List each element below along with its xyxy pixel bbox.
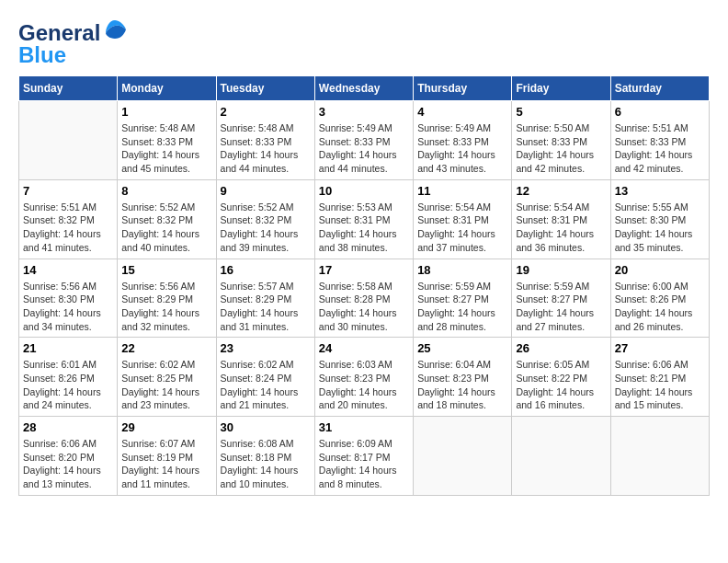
logo-general: General: [18, 20, 100, 45]
calendar-week-2: 7Sunrise: 5:51 AM Sunset: 8:32 PM Daylig…: [19, 179, 710, 259]
weekday-header-friday: Friday: [512, 76, 610, 101]
day-number: 23: [221, 341, 311, 355]
calendar-cell: 15Sunrise: 5:56 AM Sunset: 8:29 PM Dayli…: [118, 259, 216, 338]
weekday-header-thursday: Thursday: [414, 76, 512, 101]
day-info: Sunrise: 5:49 AM Sunset: 8:33 PM Dayligh…: [417, 121, 507, 176]
day-number: 9: [221, 184, 311, 198]
day-info: Sunrise: 5:53 AM Sunset: 8:31 PM Dayligh…: [319, 201, 409, 255]
day-number: 30: [221, 420, 311, 434]
calendar-cell: 25Sunrise: 6:04 AM Sunset: 8:23 PM Dayli…: [414, 338, 512, 417]
calendar-cell: 20Sunrise: 6:00 AM Sunset: 8:26 PM Dayli…: [610, 259, 709, 338]
calendar-cell: 26Sunrise: 6:05 AM Sunset: 8:22 PM Dayli…: [512, 338, 610, 417]
day-info: Sunrise: 5:59 AM Sunset: 8:27 PM Dayligh…: [516, 280, 606, 334]
day-info: Sunrise: 5:51 AM Sunset: 8:33 PM Dayligh…: [615, 121, 705, 176]
weekday-header-saturday: Saturday: [610, 76, 709, 101]
weekday-header-tuesday: Tuesday: [216, 76, 314, 101]
calendar-cell: 2Sunrise: 5:48 AM Sunset: 8:33 PM Daylig…: [216, 101, 314, 180]
day-info: Sunrise: 5:54 AM Sunset: 8:31 PM Dayligh…: [516, 201, 606, 255]
calendar-cell: 4Sunrise: 5:49 AM Sunset: 8:33 PM Daylig…: [414, 101, 512, 180]
calendar-cell: 6Sunrise: 5:51 AM Sunset: 8:33 PM Daylig…: [610, 101, 709, 180]
page-header: General Blue: [18, 18, 710, 66]
day-number: 13: [615, 184, 705, 198]
calendar-cell: [610, 417, 709, 496]
day-number: 15: [121, 263, 211, 277]
calendar-cell: [19, 101, 118, 180]
day-number: 18: [417, 263, 507, 277]
logo-blue: Blue: [18, 44, 66, 66]
day-number: 22: [121, 341, 211, 355]
calendar-week-5: 28Sunrise: 6:06 AM Sunset: 8:20 PM Dayli…: [19, 417, 710, 496]
day-number: 10: [319, 184, 409, 198]
day-info: Sunrise: 5:56 AM Sunset: 8:30 PM Dayligh…: [23, 280, 113, 334]
logo-bird-icon: [102, 17, 128, 42]
calendar-week-4: 21Sunrise: 6:01 AM Sunset: 8:26 PM Dayli…: [19, 338, 710, 417]
day-number: 25: [417, 341, 507, 355]
calendar-cell: 9Sunrise: 5:52 AM Sunset: 8:32 PM Daylig…: [216, 179, 314, 259]
day-number: 2: [221, 105, 311, 119]
calendar-cell: 8Sunrise: 5:52 AM Sunset: 8:32 PM Daylig…: [118, 179, 216, 259]
day-number: 5: [516, 105, 606, 119]
calendar-cell: 17Sunrise: 5:58 AM Sunset: 8:28 PM Dayli…: [314, 259, 413, 338]
weekday-header-row: SundayMondayTuesdayWednesdayThursdayFrid…: [19, 76, 710, 101]
day-info: Sunrise: 5:51 AM Sunset: 8:32 PM Dayligh…: [23, 201, 113, 255]
weekday-header-wednesday: Wednesday: [314, 76, 413, 101]
calendar-cell: 21Sunrise: 6:01 AM Sunset: 8:26 PM Dayli…: [19, 338, 118, 417]
weekday-header-monday: Monday: [118, 76, 216, 101]
day-info: Sunrise: 5:55 AM Sunset: 8:30 PM Dayligh…: [615, 201, 705, 255]
day-info: Sunrise: 5:48 AM Sunset: 8:33 PM Dayligh…: [221, 121, 311, 176]
calendar-cell: 19Sunrise: 5:59 AM Sunset: 8:27 PM Dayli…: [512, 259, 610, 338]
day-number: 11: [417, 184, 507, 198]
day-info: Sunrise: 5:54 AM Sunset: 8:31 PM Dayligh…: [417, 201, 507, 255]
day-info: Sunrise: 6:06 AM Sunset: 8:20 PM Dayligh…: [23, 437, 113, 491]
day-info: Sunrise: 6:02 AM Sunset: 8:25 PM Dayligh…: [121, 358, 211, 412]
calendar-cell: 31Sunrise: 6:09 AM Sunset: 8:17 PM Dayli…: [314, 417, 413, 496]
day-number: 1: [121, 105, 211, 119]
day-number: 12: [516, 184, 606, 198]
calendar-cell: 28Sunrise: 6:06 AM Sunset: 8:20 PM Dayli…: [19, 417, 118, 496]
calendar-cell: 1Sunrise: 5:48 AM Sunset: 8:33 PM Daylig…: [118, 101, 216, 180]
day-info: Sunrise: 5:50 AM Sunset: 8:33 PM Dayligh…: [516, 121, 606, 176]
day-number: 21: [23, 341, 113, 355]
calendar-cell: [512, 417, 610, 496]
day-info: Sunrise: 6:05 AM Sunset: 8:22 PM Dayligh…: [516, 358, 606, 412]
day-number: 24: [319, 341, 409, 355]
day-info: Sunrise: 5:49 AM Sunset: 8:33 PM Dayligh…: [319, 121, 409, 176]
calendar-cell: 13Sunrise: 5:55 AM Sunset: 8:30 PM Dayli…: [610, 179, 709, 259]
calendar-cell: 10Sunrise: 5:53 AM Sunset: 8:31 PM Dayli…: [314, 179, 413, 259]
day-number: 28: [23, 420, 113, 434]
day-number: 3: [319, 105, 409, 119]
calendar-cell: 16Sunrise: 5:57 AM Sunset: 8:29 PM Dayli…: [216, 259, 314, 338]
day-number: 29: [121, 420, 211, 434]
calendar-cell: 5Sunrise: 5:50 AM Sunset: 8:33 PM Daylig…: [512, 101, 610, 180]
day-info: Sunrise: 5:58 AM Sunset: 8:28 PM Dayligh…: [319, 280, 409, 334]
day-info: Sunrise: 6:01 AM Sunset: 8:26 PM Dayligh…: [23, 358, 113, 412]
day-info: Sunrise: 5:57 AM Sunset: 8:29 PM Dayligh…: [221, 280, 311, 334]
calendar-cell: 30Sunrise: 6:08 AM Sunset: 8:18 PM Dayli…: [216, 417, 314, 496]
day-number: 7: [23, 184, 113, 198]
day-number: 26: [516, 341, 606, 355]
day-number: 17: [319, 263, 409, 277]
day-info: Sunrise: 5:56 AM Sunset: 8:29 PM Dayligh…: [121, 280, 211, 334]
day-info: Sunrise: 6:00 AM Sunset: 8:26 PM Dayligh…: [615, 280, 705, 334]
weekday-header-sunday: Sunday: [19, 76, 118, 101]
day-number: 4: [417, 105, 507, 119]
calendar-cell: 23Sunrise: 6:02 AM Sunset: 8:24 PM Dayli…: [216, 338, 314, 417]
calendar-cell: 12Sunrise: 5:54 AM Sunset: 8:31 PM Dayli…: [512, 179, 610, 259]
day-number: 8: [121, 184, 211, 198]
day-info: Sunrise: 6:03 AM Sunset: 8:23 PM Dayligh…: [319, 358, 409, 412]
day-number: 16: [221, 263, 311, 277]
calendar-cell: 7Sunrise: 5:51 AM Sunset: 8:32 PM Daylig…: [19, 179, 118, 259]
calendar-cell: 29Sunrise: 6:07 AM Sunset: 8:19 PM Dayli…: [118, 417, 216, 496]
day-info: Sunrise: 6:06 AM Sunset: 8:21 PM Dayligh…: [615, 358, 705, 412]
day-number: 19: [516, 263, 606, 277]
calendar-cell: 24Sunrise: 6:03 AM Sunset: 8:23 PM Dayli…: [314, 338, 413, 417]
day-number: 6: [615, 105, 705, 119]
day-info: Sunrise: 6:07 AM Sunset: 8:19 PM Dayligh…: [121, 437, 211, 491]
day-number: 20: [615, 263, 705, 277]
day-info: Sunrise: 5:52 AM Sunset: 8:32 PM Dayligh…: [221, 201, 311, 255]
day-info: Sunrise: 6:08 AM Sunset: 8:18 PM Dayligh…: [221, 437, 311, 491]
calendar-cell: 27Sunrise: 6:06 AM Sunset: 8:21 PM Dayli…: [610, 338, 709, 417]
day-number: 31: [319, 420, 409, 434]
calendar-cell: [414, 417, 512, 496]
day-info: Sunrise: 5:59 AM Sunset: 8:27 PM Dayligh…: [417, 280, 507, 334]
